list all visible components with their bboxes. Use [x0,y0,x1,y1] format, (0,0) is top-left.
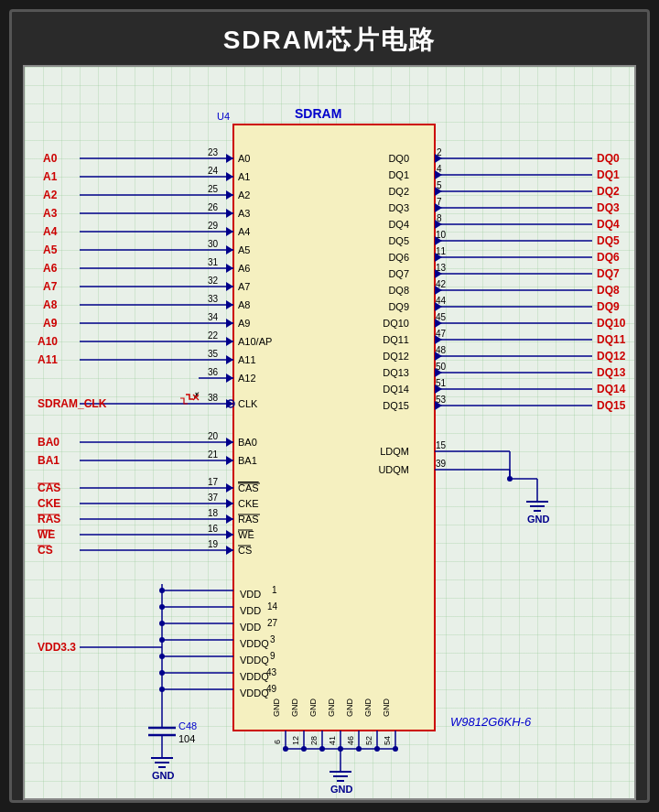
svg-text:GND: GND [308,698,318,718]
svg-text:DQ1: DQ1 [388,169,409,180]
schematic-area: U4 SDRAM 23 A0 A0 24 A1 A1 25 A2 A2 26 [23,65,636,800]
svg-point-261 [301,746,307,752]
svg-text:BA0: BA0 [238,437,257,448]
svg-text:46: 46 [346,736,355,745]
svg-text:BA0: BA0 [38,436,59,449]
svg-marker-143 [435,236,442,245]
svg-marker-35 [226,264,233,273]
svg-text:VDD: VDD [240,589,261,600]
svg-text:GND: GND [345,698,354,718]
svg-text:3: 3 [270,634,275,644]
svg-point-265 [374,746,380,752]
svg-text:CKE: CKE [38,497,60,510]
svg-text:DQ14: DQ14 [383,384,409,395]
svg-text:1: 1 [272,585,277,595]
svg-text:A10: A10 [38,335,58,348]
svg-marker-30 [226,245,233,254]
svg-text:CKE: CKE [238,498,259,509]
svg-text:A3: A3 [43,207,58,220]
svg-text:11: 11 [436,246,447,256]
svg-point-234 [159,604,165,610]
svg-text:VDD: VDD [240,605,261,616]
svg-text:DQ0: DQ0 [597,152,620,165]
svg-text:BA1: BA1 [38,454,59,467]
svg-text:9: 9 [270,651,275,661]
svg-text:17: 17 [208,477,219,487]
svg-text:31: 31 [208,257,219,267]
svg-text:DQ0: DQ0 [388,153,409,164]
svg-text:✗: ✗ [193,391,200,400]
svg-marker-173 [435,335,442,344]
svg-marker-15 [226,190,233,200]
svg-text:DQ13: DQ13 [597,366,626,379]
svg-text:LDQM: LDQM [380,446,409,457]
svg-text:20: 20 [208,431,219,441]
svg-point-236 [159,637,165,643]
svg-marker-40 [226,282,233,291]
svg-text:DQ5: DQ5 [388,235,409,246]
svg-point-238 [159,670,165,676]
svg-text:A11: A11 [38,353,58,366]
svg-text:A7: A7 [43,280,58,293]
svg-point-266 [393,746,398,752]
svg-text:DQ3: DQ3 [597,201,620,214]
svg-text:45: 45 [436,312,447,322]
svg-line-288 [193,395,199,400]
svg-text:A9: A9 [43,317,58,330]
svg-text:34: 34 [208,312,219,322]
svg-text:DQ13: DQ13 [383,367,409,378]
svg-text:10: 10 [436,230,447,240]
svg-text:48: 48 [436,345,447,355]
svg-text:WE: WE [238,529,254,540]
svg-marker-80 [226,456,233,465]
svg-text:15: 15 [436,440,447,450]
schematic-svg: U4 SDRAM 23 A0 A0 24 A1 A1 25 A2 A2 26 [25,67,634,798]
svg-text:13: 13 [436,263,447,273]
svg-marker-92 [226,499,233,508]
svg-text:A12: A12 [238,373,256,384]
svg-text:DQ15: DQ15 [383,400,409,411]
svg-marker-97 [226,514,233,524]
svg-text:VDDQ: VDDQ [240,687,269,698]
svg-text:DQ15: DQ15 [597,399,626,412]
svg-text:DQ9: DQ9 [597,300,620,313]
svg-text:DQ2: DQ2 [388,186,409,197]
svg-text:VDDQ: VDDQ [240,638,269,649]
svg-text:A5: A5 [238,244,250,255]
svg-point-287 [227,400,234,407]
svg-text:53: 53 [436,395,447,405]
svg-text:DQ12: DQ12 [383,351,409,362]
svg-marker-10 [226,172,233,181]
svg-text:GND: GND [272,698,281,718]
svg-text:RAS: RAS [238,514,259,525]
svg-text:A11: A11 [238,354,256,365]
svg-text:GND: GND [327,698,336,718]
svg-text:8: 8 [437,213,442,223]
svg-text:43: 43 [266,667,277,677]
svg-text:DQ11: DQ11 [383,334,409,345]
svg-text:50: 50 [436,362,447,372]
svg-marker-168 [435,319,442,328]
svg-text:4: 4 [437,164,442,174]
svg-text:DQ9: DQ9 [388,301,409,312]
svg-text:DQ10: DQ10 [597,317,626,330]
svg-text:30: 30 [208,239,219,249]
svg-point-235 [159,621,165,626]
svg-text:38: 38 [208,393,219,403]
svg-marker-75 [226,438,233,447]
svg-text:21: 21 [208,449,219,460]
svg-text:GND: GND [527,514,550,525]
svg-marker-163 [435,302,442,311]
svg-text:SDRAM: SDRAM [295,106,341,121]
svg-text:DQ2: DQ2 [597,185,620,198]
svg-text:SDRAM_CLK: SDRAM_CLK [38,397,107,410]
svg-point-263 [338,746,343,752]
svg-text:DQ8: DQ8 [597,284,620,297]
svg-text:A5: A5 [43,244,58,256]
svg-text:DQ10: DQ10 [383,318,409,329]
svg-marker-20 [226,209,233,218]
svg-text:UDQM: UDQM [378,464,409,475]
svg-marker-111 [226,546,233,555]
svg-text:51: 51 [436,378,447,388]
svg-text:A0: A0 [43,152,58,165]
